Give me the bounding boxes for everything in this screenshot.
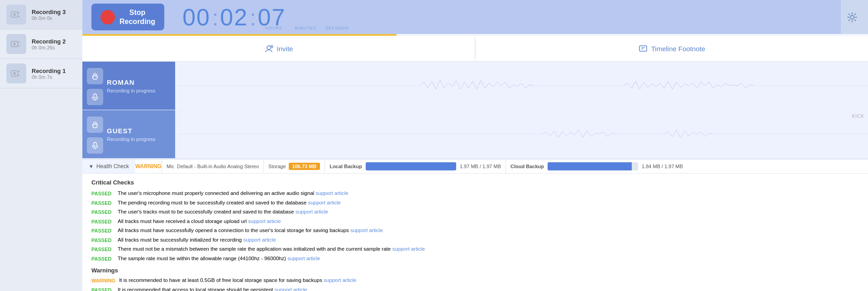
mic-label: Mic (167, 164, 174, 169)
recording2-title: Recording 2 (32, 38, 66, 45)
support-link[interactable]: support article (287, 256, 320, 261)
roman-mic-button[interactable] (87, 89, 103, 105)
cloud-backup-label: Cloud Backup (510, 164, 544, 169)
roman-status: Recording in progress (107, 88, 171, 93)
critical-title: Critical Checks (91, 179, 859, 186)
invite-label: Invite (277, 45, 293, 53)
support-link[interactable]: support article (308, 200, 341, 205)
roman-info: ROMAN Recording in progress (107, 74, 171, 98)
track-guest: GUEST Recording in progress KICK (82, 110, 868, 159)
recording2-icon (6, 34, 26, 54)
recording1-icon (6, 63, 26, 83)
stop-circle-icon (100, 10, 115, 24)
support-link[interactable]: support article (243, 237, 276, 242)
svg-rect-1 (14, 13, 15, 16)
storage-badge: 106.73 MB (289, 163, 320, 170)
warning-check-item: PASSEDIt is recommended that access to l… (91, 286, 859, 291)
tracks-area: ROMAN Recording in progress (82, 62, 868, 159)
svg-line-7 (18, 45, 20, 46)
local-backup-progress (366, 162, 456, 170)
recording1-text: Recording 1 0h 0m 7s (32, 68, 66, 80)
topbar-right (841, 0, 868, 34)
critical-check-item: PASSEDThere must not be a mismatch betwe… (91, 245, 859, 253)
stop-label: Stop Recording (119, 8, 155, 25)
cloud-backup-value: 1.84 MB / 1.97 MB (642, 164, 683, 169)
guest-status: Recording in progress (107, 136, 171, 142)
recording2-subtitle: 0h 0m 26s (32, 45, 66, 50)
sidebar: Recording 3 0h 0m 0s Recording 2 0h 0m 2… (0, 0, 82, 291)
roman-hand-button[interactable] (87, 68, 103, 84)
seconds-label: SECONDS (321, 26, 353, 30)
settings-button[interactable] (841, 6, 863, 29)
stop-recording-button[interactable]: Stop Recording (91, 4, 164, 30)
svg-point-12 (850, 15, 854, 19)
health-warning-badge: WARNING (135, 163, 162, 170)
local-backup-label: Local Backup (329, 164, 362, 169)
recording3-text: Recording 3 0h 0m 0s (32, 9, 66, 21)
timer-hours: 00 (182, 4, 210, 31)
critical-checks: PASSEDThe user's microphone must properl… (91, 189, 859, 262)
cloud-backup-progress (548, 162, 638, 170)
guest-controls: GUEST Recording in progress (82, 110, 175, 158)
app-container: Recording 3 0h 0m 0s Recording 2 0h 0m 2… (0, 0, 868, 291)
svg-rect-17 (639, 46, 647, 51)
hours-label: HOURS (258, 26, 290, 30)
sidebar-item-recording1[interactable]: Recording 1 0h 0m 7s (0, 59, 82, 88)
svg-rect-20 (94, 94, 96, 98)
critical-check-item: PASSEDAll tracks must have received a cl… (91, 218, 859, 226)
health-panel: Critical Checks PASSEDThe user's microph… (82, 174, 868, 291)
recording1-subtitle: 0h 0m 7s (32, 74, 66, 80)
svg-rect-5 (14, 43, 15, 45)
recording3-subtitle: 0h 0m 0s (32, 15, 66, 21)
invite-icon (264, 44, 273, 53)
recording1-title: Recording 1 (32, 68, 66, 74)
sidebar-item-recording3[interactable]: Recording 3 0h 0m 0s (0, 0, 82, 29)
recording2-text: Recording 2 0h 0m 26s (32, 38, 66, 50)
support-link[interactable]: support article (350, 228, 383, 233)
svg-line-2 (18, 12, 20, 13)
critical-check-item: PASSEDAll tracks must have successfully … (91, 227, 859, 235)
support-link[interactable]: support article (274, 287, 307, 291)
kick-label[interactable]: KICK (852, 114, 864, 119)
health-check-tab[interactable]: ▼ Health Check (82, 160, 135, 173)
recording3-icon (6, 5, 26, 24)
critical-check-item: PASSEDThe user's tracks must to be succe… (91, 208, 859, 216)
svg-line-6 (18, 42, 20, 43)
invite-button[interactable]: Invite (82, 36, 475, 61)
guest-name: GUEST (107, 127, 171, 135)
critical-check-item: PASSEDThe user's microphone must properl… (91, 189, 859, 198)
svg-line-3 (18, 16, 20, 17)
support-link[interactable]: support article (296, 209, 328, 214)
timer-labels: HOURS MINUTES SECONDS (258, 26, 353, 30)
actions-bar: Invite Timeline Footnote (82, 36, 868, 62)
support-link[interactable]: support article (316, 190, 348, 196)
warnings: WARNINGIt is recommended to have at leas… (91, 276, 859, 291)
support-link[interactable]: support article (324, 277, 356, 283)
recording3-title: Recording 3 (32, 9, 66, 15)
critical-check-item: PASSEDThe pending recording must to be s… (91, 199, 859, 207)
health-tab-label: Health Check (96, 163, 129, 170)
roman-name: ROMAN (107, 78, 171, 86)
svg-line-10 (18, 71, 20, 72)
guest-waveform: KICK (175, 110, 868, 158)
timeline-footnote-button[interactable]: Timeline Footnote (476, 36, 868, 61)
guest-info: GUEST Recording in progress (107, 122, 171, 146)
roman-waveform (175, 62, 868, 110)
svg-rect-25 (94, 142, 96, 146)
health-check-bar: ▼ Health Check WARNING Mic Default - Bui… (82, 159, 868, 174)
roman-controls: ROMAN Recording in progress (82, 62, 175, 110)
storage-label: Storage (268, 164, 286, 169)
minutes-label: MINUTES (290, 26, 321, 30)
track-roman: ROMAN Recording in progress (82, 62, 868, 110)
critical-check-item: PASSEDThe sample rate must be within the… (91, 255, 859, 263)
guest-hand-button[interactable] (87, 116, 103, 133)
support-link[interactable]: support article (392, 246, 425, 252)
support-link[interactable]: support article (248, 218, 281, 224)
timeline-icon (639, 44, 648, 53)
sidebar-item-recording2[interactable]: Recording 2 0h 0m 26s (0, 29, 82, 59)
warning-check-item: WARNINGIt is recommended to have at leas… (91, 276, 859, 285)
timer-minutes: 02 (220, 4, 248, 31)
guest-mic-button[interactable] (87, 137, 103, 154)
mic-value: Default - Built-in Audio Analog Stereo (177, 164, 259, 169)
critical-check-item: PASSEDAll tracks must be successfully in… (91, 236, 859, 244)
